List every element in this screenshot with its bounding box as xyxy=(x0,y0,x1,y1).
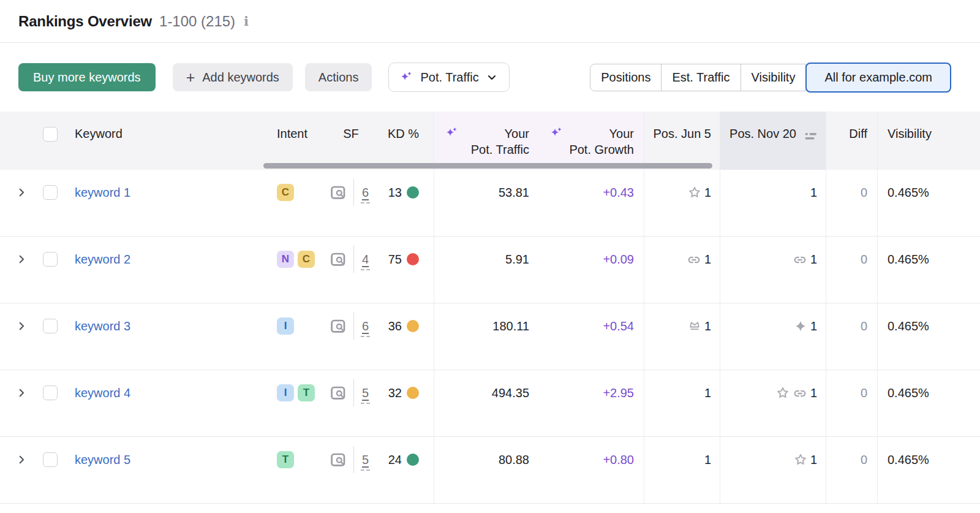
rankings-overview-page: Rankings Overview 1-100 (215) i Buy more… xyxy=(0,0,980,513)
keyword-link[interactable]: keyword 1 xyxy=(75,184,130,201)
keyword-link[interactable]: keyword 2 xyxy=(75,251,130,268)
visibility-value: 0.465% xyxy=(877,170,980,236)
pot-growth-value: +0.43 xyxy=(603,184,634,201)
chevron-right-icon[interactable] xyxy=(16,187,27,198)
kd-column-header: KD % xyxy=(372,112,434,170)
pos-old-value: 1 xyxy=(704,317,711,335)
info-icon[interactable]: i xyxy=(244,13,249,29)
pot-traffic-value: 5.91 xyxy=(434,237,539,303)
view-switcher: Positions Est. Traffic Visibility All fo… xyxy=(590,63,951,93)
result-range: 1-100 (215) xyxy=(159,13,235,30)
row-checkbox[interactable] xyxy=(43,319,58,333)
select-all-cell xyxy=(27,112,58,170)
keyword-link[interactable]: keyword 3 xyxy=(75,317,130,335)
intent-badge-informational: I xyxy=(277,317,294,335)
pot-growth-value: +2.95 xyxy=(603,384,634,401)
horizontal-scrollbar[interactable] xyxy=(263,163,712,169)
tab-all-for-domain[interactable]: All for example.com xyxy=(805,63,951,93)
chevron-right-icon[interactable] xyxy=(16,454,27,465)
kd-value: 13 xyxy=(388,184,402,201)
serp-features-icon[interactable] xyxy=(330,184,347,205)
intent-column-header: Intent xyxy=(277,112,330,170)
intent-badge-transactional: T xyxy=(298,384,315,401)
pot-growth-column-header: YourPot. Growth xyxy=(539,112,644,170)
table-header: Keyword Intent SF KD % YourPot. Traffic … xyxy=(0,112,980,170)
buy-more-keywords-button[interactable]: Buy more keywords xyxy=(18,63,156,91)
pot-traffic-column-header: YourPot. Traffic xyxy=(434,112,539,170)
crown-icon xyxy=(688,319,701,333)
visibility-value: 0.465% xyxy=(877,437,980,503)
pot-traffic-value: 80.88 xyxy=(434,437,539,503)
table-row: keyword 3 I 6 36 180.11 +0.54 1 1 0 0.46… xyxy=(0,303,980,370)
kd-value: 75 xyxy=(388,251,402,268)
kd-value: 24 xyxy=(388,451,402,468)
diff-value: 0 xyxy=(861,451,867,468)
serp-features-icon[interactable] xyxy=(330,384,347,406)
sf-count[interactable]: 4 xyxy=(361,251,370,270)
toolbar: Buy more keywords + Add keywords Actions… xyxy=(0,43,980,112)
intent-badge-transactional: T xyxy=(277,451,294,468)
chevron-right-icon[interactable] xyxy=(16,321,27,332)
pos-new-value: 1 xyxy=(810,184,817,201)
pos-new-value: 1 xyxy=(810,251,817,268)
serp-features-icon[interactable] xyxy=(330,317,347,339)
keyword-link[interactable]: keyword 5 xyxy=(75,451,130,468)
pot-growth-value: +0.80 xyxy=(603,451,634,468)
chevron-right-icon[interactable] xyxy=(16,254,27,265)
row-checkbox[interactable] xyxy=(43,185,58,200)
star-icon xyxy=(794,453,807,466)
kd-dot xyxy=(407,320,419,332)
row-checkbox[interactable] xyxy=(43,386,58,400)
add-keywords-button[interactable]: + Add keywords xyxy=(173,63,293,91)
serp-features-icon[interactable] xyxy=(330,251,347,272)
tab-visibility[interactable]: Visibility xyxy=(741,64,807,91)
sort-icon[interactable] xyxy=(805,129,817,145)
star-icon xyxy=(688,186,701,199)
row-checkbox[interactable] xyxy=(43,252,58,267)
tab-positions[interactable]: Positions xyxy=(590,64,662,91)
visibility-value: 0.465% xyxy=(877,303,980,370)
serp-features-icon[interactable] xyxy=(330,451,347,473)
diff-value: 0 xyxy=(861,251,867,268)
four-lobe-icon xyxy=(794,319,807,333)
sf-count[interactable]: 5 xyxy=(361,451,370,471)
sf-count[interactable]: 6 xyxy=(361,184,370,203)
chevron-right-icon[interactable] xyxy=(16,387,27,398)
diff-value: 0 xyxy=(861,384,867,401)
diff-column-header: Diff xyxy=(826,112,877,170)
diff-value: 0 xyxy=(861,184,867,201)
kd-value: 32 xyxy=(388,384,402,401)
pos-new-column-header[interactable]: Pos. Nov 20 xyxy=(720,112,826,170)
tab-est-traffic[interactable]: Est. Traffic xyxy=(662,64,741,91)
intent-badge-commercial: C xyxy=(298,251,315,268)
sparkles-icon xyxy=(550,126,564,140)
table-row: keyword 5 T 5 24 80.88 +0.80 1 1 0 0.465… xyxy=(0,437,980,504)
visibility-column-header: Visibility xyxy=(877,112,980,170)
sf-count[interactable]: 6 xyxy=(361,317,370,337)
pos-new-value: 1 xyxy=(810,384,817,401)
title-bar: Rankings Overview 1-100 (215) i xyxy=(0,0,980,43)
pos-new-value: 1 xyxy=(810,451,817,468)
visibility-value: 0.465% xyxy=(877,237,980,303)
intent-badge-navigational: N xyxy=(277,251,294,268)
expander-column-header xyxy=(0,112,27,170)
keyword-column-header: Keyword xyxy=(58,112,277,170)
actions-button[interactable]: Actions xyxy=(305,63,372,91)
select-all-checkbox[interactable] xyxy=(43,127,58,142)
pot-traffic-value: 180.11 xyxy=(434,303,539,370)
pos-old-column-header[interactable]: Pos. Jun 5 xyxy=(644,112,720,170)
row-checkbox[interactable] xyxy=(43,452,58,467)
diff-value: 0 xyxy=(861,317,867,335)
sf-count[interactable]: 5 xyxy=(361,384,370,404)
table-row: keyword 2 NC 4 75 5.91 +0.09 1 1 0 0.465… xyxy=(0,237,980,303)
pos-old-value: 1 xyxy=(704,451,711,468)
sf-column-header: SF xyxy=(330,112,372,170)
keyword-link[interactable]: keyword 4 xyxy=(75,384,130,401)
table-row: keyword 1 C 6 13 53.81 +0.43 1 1 0 0.465… xyxy=(0,170,980,237)
pot-traffic-value: 53.81 xyxy=(434,170,539,236)
page-title: Rankings Overview xyxy=(18,13,152,30)
pot-growth-value: +0.09 xyxy=(603,251,634,268)
link-icon xyxy=(687,253,701,267)
metric-dropdown[interactable]: Pot. Traffic xyxy=(388,63,509,92)
pos-new-value: 1 xyxy=(810,317,817,335)
